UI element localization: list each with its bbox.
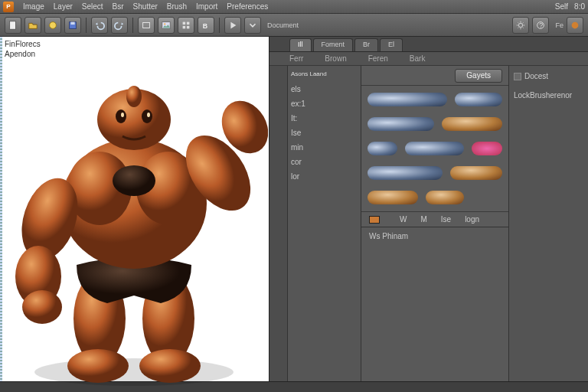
brush-foot-1[interactable]: W — [400, 215, 407, 224]
list-item[interactable]: els — [291, 85, 358, 93]
svg-text:B: B — [203, 21, 207, 29]
tool-play-icon[interactable] — [224, 17, 241, 34]
svg-point-34 — [121, 113, 124, 117]
svg-rect-3 — [70, 21, 74, 24]
svg-point-6 — [164, 23, 165, 24]
list-item[interactable]: It: — [291, 114, 358, 122]
prop-row[interactable]: LockBrusherenor — [514, 91, 583, 100]
subbar-2[interactable]: Feren — [368, 54, 388, 63]
canvas-pane[interactable]: FinFlorecs Apendon — [0, 37, 270, 381]
tool-new-icon[interactable] — [5, 17, 21, 34]
brush-foot-4[interactable]: logn — [465, 215, 479, 224]
brush-stroke-icon — [368, 93, 447, 106]
subbar-3[interactable]: Bark — [410, 54, 426, 63]
menubar: P Image Layer Select Bsr Shutter Brush I… — [0, 0, 588, 14]
tool-chevron-down-icon[interactable] — [244, 17, 261, 34]
tool-globe-icon[interactable] — [44, 17, 61, 34]
svg-point-15 — [572, 21, 579, 28]
brush-row[interactable] — [368, 139, 502, 158]
app-icon[interactable]: P — [3, 2, 14, 12]
subbar-0[interactable]: Ferr — [289, 54, 303, 63]
tab-1[interactable]: Foment — [313, 38, 354, 51]
brush-header: Gayets — [361, 66, 508, 86]
brush-foot-3[interactable]: Ise — [441, 215, 451, 224]
list-item[interactable]: Ise — [291, 129, 358, 137]
brush-stroke-icon — [405, 142, 464, 155]
svg-point-12 — [519, 23, 523, 27]
ruler-vertical — [0, 37, 2, 381]
menu-right-self[interactable]: Self — [555, 2, 568, 11]
svg-point-1 — [50, 21, 57, 28]
subbar: Ferr Brown Feren Bark — [270, 52, 588, 66]
tool-redo-icon[interactable] — [111, 17, 128, 34]
brush-row[interactable] — [368, 115, 502, 133]
svg-rect-0 — [10, 21, 16, 29]
tool-grid-icon[interactable] — [178, 17, 194, 34]
main-area: FinFlorecs Apendon — [0, 37, 588, 381]
brush-stroke-icon — [455, 93, 502, 106]
tool-save-icon[interactable] — [64, 17, 81, 34]
svg-rect-10 — [187, 25, 190, 28]
panels: Asons Laand els ex:1 It: Ise min cor lor… — [270, 66, 588, 381]
tool-help-icon[interactable]: ? — [532, 17, 549, 34]
subbar-1[interactable]: Brown — [325, 54, 346, 63]
tabstrip: Ill Foment Br El — [270, 37, 588, 52]
brush-foot-2[interactable]: M — [420, 215, 426, 224]
toolbar-dropdown-label[interactable]: Document — [267, 21, 299, 29]
list-item[interactable]: min — [291, 143, 358, 152]
svg-rect-4 — [143, 22, 150, 28]
lower-title: Ws Phinam — [369, 232, 408, 240]
svg-point-16 — [34, 358, 234, 386]
prop-label: Docest — [524, 72, 548, 80]
toolbar: B Document ? Fe — [0, 14, 588, 37]
toolbar-right-label: Fe — [555, 21, 564, 29]
prop-row[interactable]: Docest — [514, 72, 583, 80]
brush-preset-button[interactable]: Gayets — [455, 69, 502, 83]
list-item[interactable]: cor — [291, 158, 358, 166]
brush-stroke-icon — [368, 142, 397, 155]
layer-list-header: Asons Laand — [291, 70, 358, 77]
list-item[interactable]: ex:1 — [291, 100, 358, 108]
menu-preferences[interactable]: Preferences — [227, 2, 268, 11]
brush-stroke-icon — [368, 191, 418, 204]
checkbox-icon[interactable] — [514, 73, 521, 80]
menu-right-ratio: 8:0 — [574, 2, 585, 11]
hud-line2: Apendon — [5, 50, 41, 58]
menu-select[interactable]: Select — [82, 2, 103, 11]
svg-point-27 — [22, 290, 62, 324]
tool-close-icon[interactable] — [567, 17, 583, 34]
tab-2[interactable]: Br — [354, 38, 378, 51]
tool-rect-icon[interactable] — [138, 17, 155, 34]
tool-undo-icon[interactable] — [91, 17, 108, 34]
brush-stroke-icon — [450, 166, 502, 180]
tool-text-icon[interactable]: B — [198, 17, 214, 34]
menu-bsr[interactable]: Bsr — [113, 2, 124, 11]
menu-shutter[interactable]: Shutter — [133, 2, 158, 11]
canvas-character — [8, 66, 268, 387]
color-swatch-icon[interactable] — [369, 216, 380, 224]
svg-rect-7 — [183, 21, 186, 24]
svg-point-19 — [67, 349, 129, 383]
svg-point-32 — [116, 109, 126, 123]
brush-stroke-icon — [368, 117, 434, 131]
brush-row[interactable] — [368, 188, 502, 207]
tool-gear-icon[interactable] — [512, 17, 529, 34]
layer-list: Asons Laand els ex:1 It: Ise min cor lor — [288, 66, 361, 381]
brush-stroke-icon — [442, 117, 502, 131]
tool-image-icon[interactable] — [158, 17, 175, 34]
toolbar-sep — [132, 18, 133, 33]
menu-image[interactable]: Image — [23, 2, 44, 11]
tab-3[interactable]: El — [380, 38, 403, 51]
svg-point-24 — [113, 165, 155, 196]
menu-layer[interactable]: Layer — [54, 2, 73, 11]
list-item[interactable]: lor — [291, 172, 358, 181]
brush-row[interactable] — [368, 90, 502, 109]
app-window: P Image Layer Select Bsr Shutter Brush I… — [0, 0, 588, 392]
brush-row[interactable] — [368, 164, 502, 182]
tab-0[interactable]: Ill — [289, 38, 312, 51]
svg-rect-9 — [183, 25, 186, 28]
menu-import[interactable]: Import — [196, 2, 217, 11]
brush-stroke-icon — [472, 142, 502, 155]
menu-brush[interactable]: Brush — [167, 2, 187, 11]
tool-open-icon[interactable] — [24, 17, 41, 34]
